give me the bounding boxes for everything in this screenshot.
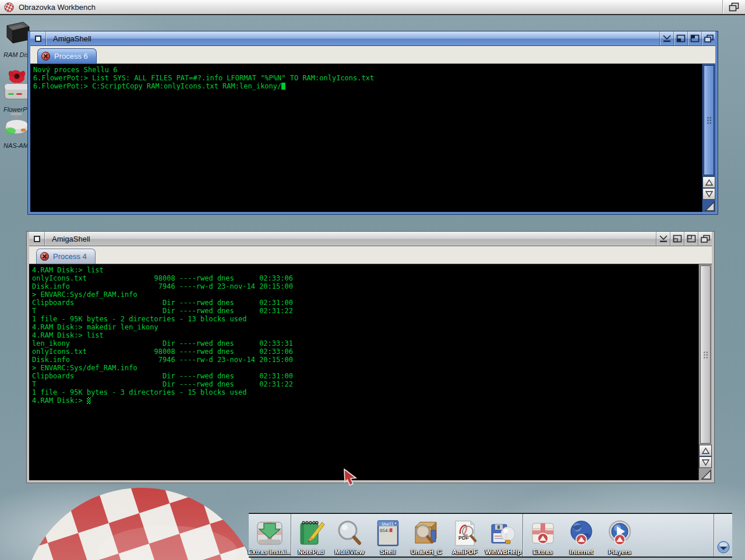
amidock: Extras Instal... NotePad MultiV — [249, 513, 732, 558]
dock-hide-button[interactable] — [715, 514, 732, 557]
scrollbar-thumb[interactable] — [704, 65, 714, 175]
close-gadget[interactable] — [30, 31, 45, 45]
dock-item-shell[interactable]: Shell OS4: Shell — [369, 514, 407, 557]
dock-item-label: NotePad — [298, 548, 324, 555]
workbench-desktop: Obrazovka Workbench RAM Dis — [0, 0, 745, 560]
shell-prompt: 4.RAM Disk:> — [32, 396, 87, 405]
dock-item-label: Players — [608, 548, 631, 555]
thumb-grip-icon — [703, 351, 708, 359]
dock-item-multiview[interactable]: MultiView — [330, 514, 369, 557]
amigashell-window-1: AmigaShell Proce — [28, 31, 718, 214]
window-title: AmigaShell — [53, 34, 91, 43]
window-title: AmigaShell — [52, 235, 90, 243]
dock-item-label: Extras Instal... — [248, 548, 292, 555]
screen-depth-gadget[interactable] — [723, 0, 745, 14]
dock-item-label: WinWBHelp — [485, 548, 521, 555]
shell-output[interactable]: Nový proces Shellu 6 6.FlowerPot:> List … — [30, 64, 702, 212]
dock-item-players[interactable]: Players — [601, 514, 639, 557]
tab-label: Process 6 — [54, 52, 88, 61]
screen-title: Obrazovka Workbench — [19, 3, 96, 12]
dock-item-extras[interactable]: Extras — [524, 514, 562, 557]
shell-prompt: 6.FlowerPot:> C:ScriptCopy RAM:onlyIcons… — [33, 82, 281, 90]
text-cursor — [281, 83, 285, 90]
vertical-scrollbar[interactable] — [698, 264, 712, 480]
dock-item-amipdf[interactable]: PDF AmiPDF — [446, 514, 484, 557]
play-button-icon — [605, 519, 634, 548]
titlebar-divider — [45, 31, 46, 45]
dock-item-label: Internet — [570, 548, 593, 555]
shell-output[interactable]: 4.RAM Disk:> list onlyIcons.txt 98008 --… — [29, 264, 698, 480]
screen-titlebar[interactable]: Obrazovka Workbench — [0, 0, 745, 15]
tab-bar: Process 4 — [29, 246, 712, 264]
depth-gadget[interactable] — [701, 31, 715, 45]
amigashell-window-2: AmigaShell Proce — [27, 232, 714, 483]
shell-prompt-line: 4.RAM Disk:> — [32, 396, 698, 405]
flowerpot-drive-icon — [3, 68, 30, 102]
shell-prompt-line: 6.FlowerPot:> C:ScriptCopy RAM:onlyIcons… — [33, 82, 702, 90]
dock-item-label: Extras — [533, 548, 553, 555]
dock-item-label: Shell — [380, 548, 396, 555]
archive-magnifier-icon — [412, 519, 441, 548]
magnifier-icon — [335, 519, 364, 548]
svg-text:Shell: Shell — [382, 522, 394, 527]
scroll-up-button[interactable] — [702, 176, 715, 188]
tab-process-6[interactable]: Process 6 — [37, 48, 97, 63]
dock-item-unarc[interactable]: UnárcH_C — [407, 514, 446, 557]
tab-bar: Process 6 — [30, 46, 715, 64]
chevron-down-icon — [716, 540, 730, 554]
floppy-bulb-icon — [489, 519, 518, 548]
pdf-document-icon: PDF — [450, 519, 479, 548]
mouse-pointer — [343, 469, 358, 486]
close-gadget[interactable] — [29, 232, 44, 246]
svg-text:OS4:: OS4: — [380, 528, 390, 533]
dock-item-internet[interactable]: Internet — [562, 514, 601, 557]
installer-drive-icon — [255, 519, 284, 548]
window-titlebar[interactable]: AmigaShell — [29, 232, 712, 246]
ram-disk-icon — [3, 17, 30, 48]
tab-label: Process 4 — [53, 252, 87, 261]
nas-drive-icon — [3, 112, 30, 139]
scroll-down-button[interactable] — [702, 188, 715, 200]
iconify-gadget[interactable] — [656, 232, 670, 246]
shell-output-text: 4.RAM Disk:> list onlyIcons.txt 98008 --… — [32, 266, 698, 396]
zoom-gadget[interactable] — [687, 31, 701, 45]
dock-item-label: UnárcH_C — [411, 548, 442, 555]
tab-close-icon[interactable] — [41, 52, 50, 61]
boing-ball-wallpaper — [28, 482, 261, 560]
dock-item-extras-installer[interactable]: Extras Instal... — [249, 514, 291, 557]
resize-corner[interactable] — [699, 468, 712, 480]
tab-close-icon[interactable] — [40, 252, 49, 261]
titlebar-divider — [44, 232, 45, 246]
dock-item-label: MultiView — [335, 548, 365, 555]
vertical-scrollbar[interactable] — [702, 64, 715, 212]
scroll-down-button[interactable] — [699, 456, 712, 468]
iconify-gadget[interactable] — [659, 31, 673, 45]
giftbox-icon — [528, 519, 557, 548]
shell-output-text: Nový proces Shellu 6 6.FlowerPot:> List … — [33, 66, 702, 82]
shrink-gadget[interactable] — [673, 31, 687, 45]
close-icon — [34, 236, 40, 242]
notepad-icon — [296, 519, 326, 548]
dock-empty-area — [639, 514, 714, 557]
thumb-grip-icon — [707, 116, 712, 124]
globe-icon — [567, 519, 596, 548]
resize-corner[interactable] — [702, 200, 715, 212]
shell-window-icon: Shell OS4: — [373, 519, 402, 548]
amiga-boing-icon — [4, 2, 14, 12]
zoom-gadget[interactable] — [684, 232, 698, 246]
scroll-up-button[interactable] — [699, 445, 712, 456]
depth-gadget[interactable] — [698, 232, 712, 246]
close-icon — [35, 36, 41, 42]
dock-item-label: AmiPDF — [453, 548, 478, 555]
text-cursor — [87, 397, 91, 404]
shrink-gadget[interactable] — [670, 232, 684, 246]
dock-item-notepad[interactable]: NotePad — [292, 514, 330, 557]
tab-process-4[interactable]: Process 4 — [36, 249, 96, 264]
scrollbar-thumb[interactable] — [700, 265, 711, 444]
window-titlebar[interactable]: AmigaShell — [30, 31, 715, 46]
dock-item-winwbhelp[interactable]: WinWBHelp — [484, 514, 522, 557]
